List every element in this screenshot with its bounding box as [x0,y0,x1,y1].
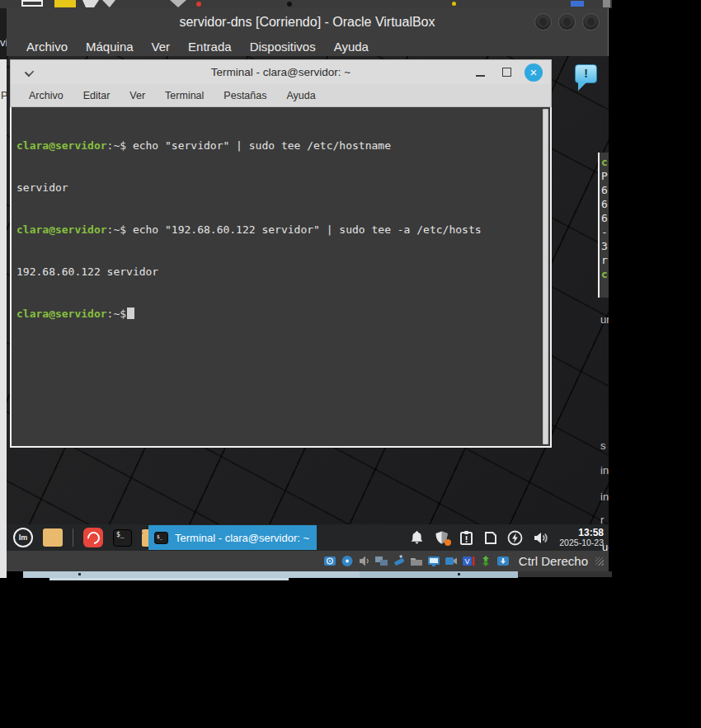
menu-ayuda[interactable]: Ayuda [334,40,369,54]
volume-icon[interactable] [533,531,549,545]
host-fragment [518,571,612,577]
fragment-char: 3 [601,239,609,253]
active-task-button[interactable]: $_ Terminal - clara@servidor: ~ [148,525,317,550]
display-icon[interactable] [427,555,440,567]
host-icon-fragment [170,0,186,7]
menu-ver[interactable]: Ver [152,40,171,54]
host-window-fragment [23,571,518,578]
notification-bubble-icon[interactable]: ! [575,64,597,83]
power-icon[interactable] [507,530,523,546]
menu-archivo[interactable]: Archivo [26,40,68,54]
prompt-user: clara@servidor [16,308,107,320]
workspace-icon[interactable] [483,531,497,545]
fragment-char: 6 [601,197,609,211]
svg-text:V: V [464,557,469,566]
host-icon-fragment [21,0,43,7]
recording-icon[interactable] [445,555,458,567]
host-icon-fragment [54,0,76,7]
fragment-char: c [601,155,609,169]
host-fragment-dot [458,573,460,575]
show-desktop-button[interactable] [43,528,63,547]
optical-drives-icon[interactable] [341,555,354,567]
host-icon-fragment [452,2,456,6]
host-icon-fragment [571,1,584,7]
fragment-char: - [601,225,609,239]
host-fragment-dot [78,573,81,575]
terminal-titlebar[interactable]: Terminal - clara@servidor: ~ × [10,59,552,84]
terminal-minimize-button[interactable] [476,75,485,77]
command-text: echo "servidor" | sudo tee /etc/hostname [126,139,391,152]
terminal-prompt-line: clara@servidor:~$ [16,307,545,321]
prompt-user: clara@servidor [16,223,107,236]
terminal-launcher-icon[interactable]: $_ [113,529,132,547]
terminal-output-area[interactable]: clara@servidor:~$ echo "servidor" | sudo… [10,107,552,448]
terminal-menubar: Archivo Editar Ver Terminal Pestañas Ayu… [10,84,552,107]
virtualbox-statusbar: V Ctrl Derecho [7,551,609,571]
terminal-command-line: clara@servidor:~$ echo "servidor" | sudo… [16,139,545,153]
minimize-button[interactable] [534,13,552,31]
terminal-menu-archivo[interactable]: Archivo [29,90,64,101]
background-terminal-fragment[interactable]: c P 6 6 6 - 3 r c [598,153,609,298]
update-badge-dot [445,539,451,546]
prompt-sep: :~$ [107,139,126,152]
shared-folders-icon[interactable] [410,556,423,567]
menu-entrada[interactable]: Entrada [188,40,232,54]
host-fragment [0,571,7,578]
terminal-scrollbar[interactable] [543,109,548,444]
host-bottom-strip [0,571,612,579]
terminal-menu-editar[interactable]: Editar [83,90,111,101]
edge-text-fragment: un [600,313,609,326]
features-icon[interactable]: V [462,555,475,567]
prompt-sep: :~$ [107,223,126,236]
terminal-menu-ver[interactable]: Ver [129,90,145,101]
close-button[interactable] [582,13,600,31]
fragment-char: P [601,169,609,183]
vm-desktop[interactable]: Terminal - clara@servidor: ~ × Archivo E… [7,56,609,551]
terminal-menu-ayuda[interactable]: Ayuda [286,90,315,101]
update-shield-icon[interactable] [434,530,449,546]
terminal-close-button[interactable]: × [525,63,543,82]
fragment-char: c [601,267,609,281]
audio-icon[interactable] [358,555,370,567]
active-task-label: Terminal - clara@servidor: ~ [175,532,309,544]
virtualbox-window-controls [534,13,600,31]
clipboard-icon[interactable] [459,530,473,546]
terminal-output-line: servidor [16,181,545,195]
edge-text-fragment: in [600,491,609,503]
host-left-dark-strip: vi [0,8,7,59]
mouse-integration-icon[interactable] [479,555,492,567]
host-text-fragment: P [1,89,7,101]
host-top-strip [0,0,612,8]
host-left-light-strip: P [0,59,7,571]
terminal-window-title: Terminal - clara@servidor: ~ [11,60,551,85]
mint-menu-button[interactable]: lm [13,528,33,547]
system-tray: 13:58 2025-10-23 [410,524,604,551]
browser-launcher-icon[interactable] [83,528,103,547]
terminal-maximize-button[interactable] [502,68,511,77]
maximize-button[interactable] [558,13,576,31]
prompt-user: clara@servidor [16,139,107,152]
edge-text-fragment: s [600,439,606,452]
taskbar-clock[interactable]: 13:58 2025-10-23 [559,528,604,548]
terminal-menu-terminal[interactable]: Terminal [165,90,204,101]
host-key-label: Ctrl Derecho [519,554,588,568]
resize-grip[interactable] [595,557,604,566]
host-icon-fragment [82,0,99,7]
taskbar-launchers: lm $_ [7,528,162,547]
menu-dispositivos[interactable]: Dispositivos [250,40,316,54]
virtualbox-titlebar[interactable]: servidor-dns [Corriendo] - Oracle Virtua… [7,8,608,36]
keyboard-icon[interactable] [496,555,510,567]
vm-taskbar: lm $_ $_ Terminal - clara@servidor: ~ [7,524,609,551]
fragment-char: 6 [601,211,609,225]
bell-icon[interactable] [410,530,424,545]
network-icon[interactable] [374,555,388,567]
usb-icon[interactable] [393,555,406,567]
menu-maquina[interactable]: Máquina [86,40,134,54]
terminal-menu-pestanas[interactable]: Pestañas [223,90,266,101]
host-text-fragment: vi [0,36,7,49]
terminal-cursor [127,308,134,319]
hard-disks-icon[interactable] [323,555,336,567]
virtualbox-window-title: servidor-dns [Corriendo] - Oracle Virtua… [7,8,608,36]
screenshot-stage: vi P servidor-dns [Corriendo] - Oracle V… [0,0,701,728]
host-icon-fragment [603,0,610,7]
